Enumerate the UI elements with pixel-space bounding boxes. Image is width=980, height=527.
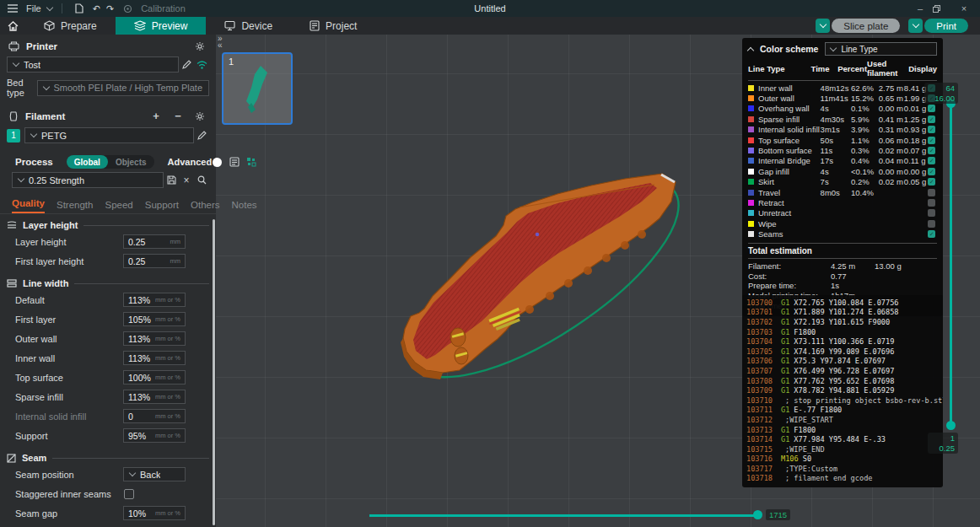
view-mode-select[interactable]: Line Type: [825, 42, 937, 56]
home-button[interactable]: [0, 21, 25, 31]
process-profile-select[interactable]: 0.25 Strength: [12, 172, 164, 188]
printer-select[interactable]: Tost: [7, 56, 179, 73]
process-tab[interactable]: Speed: [105, 200, 132, 213]
reset-profile-icon[interactable]: ×: [179, 175, 194, 186]
gcode-panel[interactable]: 103700 G1 X72.765 Y100.084 E.07756 10370…: [742, 295, 943, 487]
scope-objects-button[interactable]: Objects: [108, 158, 154, 167]
gcode-line[interactable]: 103700 G1 X72.765 Y100.084 E.07756: [742, 298, 943, 308]
display-checkbox[interactable]: [928, 137, 935, 144]
display-checkbox[interactable]: [928, 199, 935, 207]
slice-options-dropdown[interactable]: [816, 19, 830, 33]
print-options-dropdown[interactable]: [908, 19, 923, 33]
scope-global-button[interactable]: Global: [67, 155, 108, 169]
seam-gap-input[interactable]: 10% mm or %: [123, 506, 186, 520]
bed-type-select[interactable]: Smooth PEI Plate / High Temp Plate: [37, 80, 210, 96]
collapse-plate-list-icon[interactable]: »«: [218, 35, 223, 49]
gcode-line[interactable]: 103702 G1 X72.193 Y101.615 F9000: [742, 317, 943, 327]
tab-prepare[interactable]: Prepare: [25, 17, 116, 35]
layer-slider[interactable]: [950, 103, 952, 426]
close-button[interactable]: ×: [955, 3, 973, 13]
undo-icon[interactable]: ↶: [93, 3, 100, 14]
gcode-line[interactable]: 103713 G1 F1800: [742, 425, 943, 435]
process-tab[interactable]: Strength: [57, 200, 93, 213]
gcode-line[interactable]: 103712 ;WIPE_START: [742, 415, 943, 425]
edit-filament-icon[interactable]: [194, 131, 209, 140]
restore-button[interactable]: [933, 5, 951, 13]
display-checkbox[interactable]: [928, 126, 935, 133]
display-checkbox[interactable]: [928, 189, 935, 196]
gcode-line[interactable]: 103705 G1 X74.169 Y99.089 E.07696: [742, 347, 943, 357]
slice-plate-button[interactable]: Slice plate: [832, 19, 900, 33]
gcode-line[interactable]: 103703 G1 F1800: [742, 327, 943, 337]
display-checkbox[interactable]: [928, 178, 935, 186]
menu-icon[interactable]: [5, 4, 20, 13]
display-checkbox[interactable]: [928, 116, 935, 123]
setting-input[interactable]: 95% mm or %: [123, 428, 186, 443]
gcode-line[interactable]: 103716 M106 S0: [742, 454, 943, 465]
setting-input[interactable]: 0.25 mm: [123, 254, 186, 268]
add-filament-button[interactable]: +: [148, 110, 164, 122]
gcode-line[interactable]: 103715 ;WIPE_END: [742, 444, 943, 454]
display-checkbox[interactable]: [928, 220, 935, 228]
gcode-line[interactable]: 103709 G1 X78.782 Y94.881 E.05929: [742, 385, 943, 395]
gcode-line[interactable]: 103718 ; filament end gcode: [742, 474, 943, 484]
plate-thumbnail[interactable]: 1: [222, 52, 293, 125]
setting-input[interactable]: 0 mm or %: [123, 409, 186, 423]
print-button[interactable]: Print: [924, 19, 968, 33]
edit-printer-icon[interactable]: [179, 60, 194, 69]
move-slider-handle[interactable]: [753, 510, 762, 519]
file-menu[interactable]: File: [26, 3, 41, 13]
new-file-icon[interactable]: [72, 3, 87, 13]
minimize-button[interactable]: –: [911, 3, 929, 13]
printer-settings-gear-icon[interactable]: [192, 41, 207, 51]
setting-input[interactable]: 113% mm or %: [123, 390, 186, 404]
process-tab[interactable]: Quality: [12, 198, 45, 213]
sidebar-scrollbar[interactable]: [213, 219, 215, 525]
collapse-legend-icon[interactable]: [747, 46, 754, 53]
setting-input[interactable]: 105% mm or %: [123, 312, 186, 326]
redo-icon[interactable]: ↷: [106, 3, 114, 14]
tab-preview[interactable]: Preview: [116, 17, 207, 35]
gcode-line[interactable]: 103704 G1 X73.111 Y100.366 E.0719: [742, 336, 943, 347]
gcode-line[interactable]: 103708 G1 X77.762 Y95.652 E.07698: [742, 376, 943, 386]
calibration-menu[interactable]: Calibration: [141, 3, 186, 13]
gcode-line[interactable]: 103714 G1 X77.984 Y95.484 E-.33: [742, 434, 943, 444]
move-slider[interactable]: [369, 514, 757, 517]
gcode-line[interactable]: 103710 ; stop printing object bsbo-rev-b…: [742, 395, 943, 406]
setting-input[interactable]: 0.25 mm: [123, 234, 186, 249]
gcode-line[interactable]: 103707 G1 X76.499 Y96.728 E.07697: [742, 366, 943, 376]
layer-slider-bottom-handle[interactable]: [946, 421, 956, 430]
display-checkbox[interactable]: [928, 209, 935, 217]
objects-table-icon[interactable]: [246, 157, 256, 167]
seam-position-select[interactable]: Back: [123, 467, 186, 481]
wifi-icon[interactable]: [194, 61, 209, 69]
calibration-icon[interactable]: [120, 4, 135, 13]
process-tab[interactable]: Support: [145, 200, 179, 213]
process-tab[interactable]: Notes: [232, 200, 257, 213]
process-tab[interactable]: Others: [191, 200, 220, 213]
save-profile-icon[interactable]: [164, 175, 179, 185]
file-menu-chevron-icon[interactable]: [46, 3, 52, 10]
staggered-inner-seams-checkbox[interactable]: [124, 489, 134, 499]
setting-input[interactable]: 113% mm or %: [123, 293, 186, 307]
filament-settings-gear-icon[interactable]: [192, 111, 207, 121]
display-checkbox[interactable]: [928, 230, 935, 238]
gcode-line[interactable]: 103706 G1 X75.3 Y97.874 E.07697: [742, 357, 943, 367]
gcode-line[interactable]: 103717 ;TYPE:Custom: [742, 464, 943, 474]
setting-input[interactable]: 100% mm or %: [123, 370, 186, 384]
display-checkbox[interactable]: [928, 168, 935, 175]
gcode-line[interactable]: 103701 G1 X71.889 Y101.274 E.06858: [742, 308, 943, 318]
filament-select[interactable]: PETG: [24, 127, 194, 143]
advanced-label: Advanced: [168, 157, 213, 167]
remove-filament-button[interactable]: −: [170, 110, 186, 122]
tab-device[interactable]: Device: [206, 17, 291, 35]
display-checkbox[interactable]: [928, 147, 935, 154]
tab-project[interactable]: Project: [291, 17, 375, 35]
setting-input[interactable]: 113% mm or %: [123, 351, 186, 365]
setting-input[interactable]: 113% mm or %: [123, 331, 186, 346]
parameter-list-icon[interactable]: [229, 157, 240, 167]
display-checkbox[interactable]: [928, 105, 935, 112]
gcode-line[interactable]: 103711 G1 E-.77 F1800: [742, 406, 943, 416]
search-setting-icon[interactable]: [194, 175, 209, 185]
display-checkbox[interactable]: [928, 157, 935, 164]
